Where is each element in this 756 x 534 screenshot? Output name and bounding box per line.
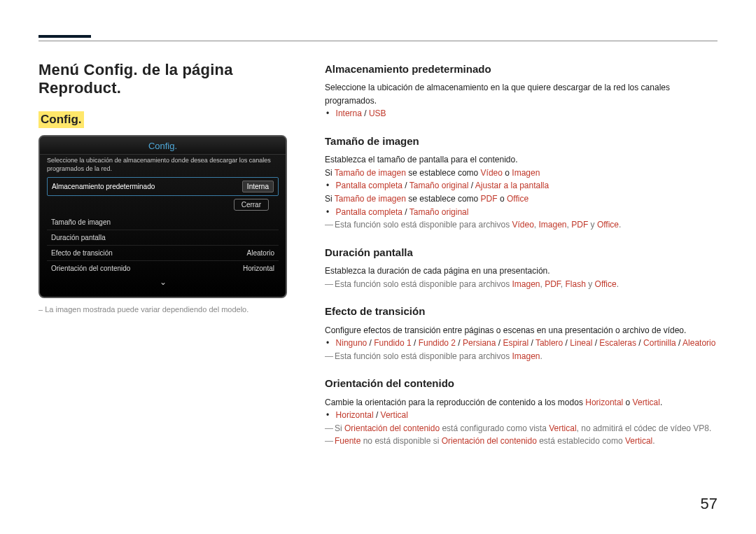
chevron-down-icon: ⌄ xyxy=(47,276,279,291)
option-list-item: Pantalla completa / Tamaño original / Aj… xyxy=(335,179,718,192)
section-tamano: Tamaño de imagen Establezca el tamaño de… xyxy=(325,133,718,232)
ds-title: Config. xyxy=(40,136,286,155)
section-heading: Almacenamiento predeterminado xyxy=(325,61,718,77)
opt: Interna xyxy=(336,108,362,118)
section-heading: Tamaño de imagen xyxy=(325,133,718,149)
note: Esta función solo está disponible para a… xyxy=(325,278,718,291)
section-heading: Orientación del contenido xyxy=(325,375,718,391)
ds-row: Duración pantalla xyxy=(47,230,279,246)
section-orientacion: Orientación del contenido Cambie la orie… xyxy=(325,375,718,448)
ds-row-label: Orientación del contenido xyxy=(51,265,130,272)
ds-row-label: Tamaño de imagen xyxy=(51,218,111,226)
note: Esta función solo está disponible para a… xyxy=(325,218,718,232)
note: Fuente no está disponible si Orientación… xyxy=(325,435,718,448)
ds-row-value: Interna xyxy=(242,181,274,192)
cond-line: Si Tamaño de imagen se establece como PD… xyxy=(325,192,718,206)
option-list-item: Ninguno / Fundido 1 / Fundido 2 / Persia… xyxy=(335,337,718,350)
ds-row-label: Duración pantalla xyxy=(51,234,106,241)
section-heading: Efecto de transición xyxy=(325,303,718,319)
ds-row-label: Efecto de transición xyxy=(51,249,113,257)
page-number: 57 xyxy=(701,495,718,513)
ds-subtitle: Seleccione la ubicación de almacenamient… xyxy=(40,155,286,177)
option-list-item: Horizontal / Vertical xyxy=(335,409,718,422)
section-efecto: Efecto de transición Configure efectos d… xyxy=(325,303,718,363)
section-body: Seleccione la ubicación de almacenamient… xyxy=(325,81,718,107)
section-body: Establezca la duración de cada página en… xyxy=(325,265,718,278)
accent-bar xyxy=(38,35,91,38)
ds-row-label: Almacenamiento predeterminado xyxy=(52,183,155,190)
ds-row-value: Horizontal xyxy=(243,265,274,272)
section-heading: Duración pantalla xyxy=(325,244,718,260)
page-title: Menú Config. de la página Reproduct. xyxy=(38,61,287,97)
section-duracion: Duración pantalla Establezca la duración… xyxy=(325,244,718,290)
ds-row-value: Aleatorio xyxy=(247,249,274,257)
section-body: Establezca el tamaño de pantalla para el… xyxy=(325,153,718,167)
ds-row: Orientación del contenido Horizontal xyxy=(47,261,279,276)
ds-menu: Almacenamiento predeterminado Interna Ce… xyxy=(40,177,286,297)
option-list-item: Pantalla completa / Tamaño original xyxy=(335,206,718,219)
device-screenshot: Config. Seleccione la ubicación de almac… xyxy=(38,135,287,298)
right-column: Almacenamiento predeterminado Seleccione… xyxy=(325,61,718,461)
option-list-item: Interna / USB xyxy=(335,107,718,120)
ds-row: Efecto de transición Aleatorio xyxy=(47,246,279,261)
note: Si Orientación del contenido está config… xyxy=(325,422,718,435)
left-column: Menú Config. de la página Reproduct. Con… xyxy=(38,61,287,461)
section-body: Cambie la orientación para la reproducci… xyxy=(325,396,718,409)
cond-line: Si Tamaño de imagen se establece como Ví… xyxy=(325,167,718,180)
note: Esta función solo está disponible para a… xyxy=(325,350,718,363)
screenshot-caption: – La imagen mostrada puede variar depend… xyxy=(38,305,287,314)
section-body: Configure efectos de transición entre pá… xyxy=(325,324,718,337)
config-highlight: Config. xyxy=(38,111,84,128)
top-rule xyxy=(38,41,718,41)
ds-row: Tamaño de imagen xyxy=(47,215,279,230)
section-almacenamiento: Almacenamiento predeterminado Seleccione… xyxy=(325,61,718,120)
ds-close-btn: Cerrar xyxy=(234,199,269,211)
opt: USB xyxy=(369,108,386,118)
